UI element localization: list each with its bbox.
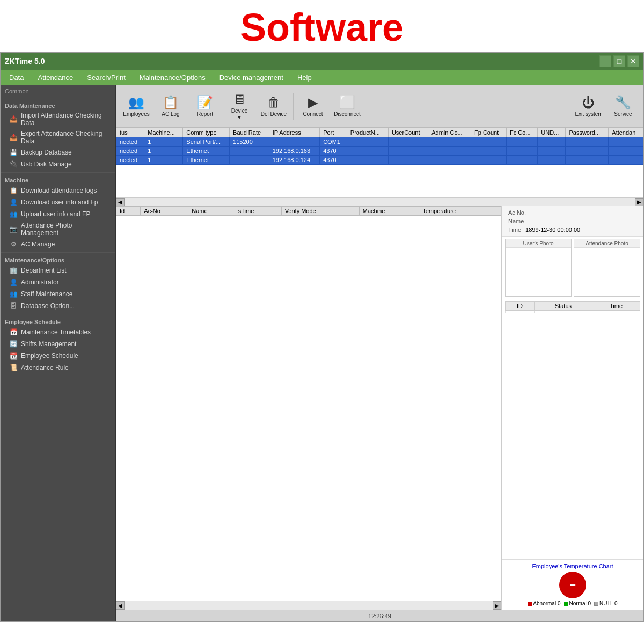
- bottom-hscroll-left[interactable]: ◀: [116, 601, 125, 610]
- sidebar-item-download-logs[interactable]: 📋 Download attendance logs: [1, 185, 115, 196]
- sidebar-item-staff[interactable]: 👥 Staff Maintenance: [1, 288, 115, 300]
- hscroll-right-arrow[interactable]: ▶: [635, 198, 643, 207]
- sidebar-item-photo-mgmt[interactable]: 📷 Attendance Photo Management: [1, 220, 115, 238]
- sidebar: Common Data Maintenance 📥 Import Attenda…: [1, 85, 116, 621]
- main-layout: Common Data Maintenance 📥 Import Attenda…: [1, 85, 643, 621]
- bottom-hscroll-track[interactable]: [125, 601, 493, 610]
- name-label: Name: [508, 218, 524, 224]
- right-data-table: ID Status Time: [505, 301, 640, 313]
- sidebar-item-attendance-rule[interactable]: 📜 Attendance Rule: [1, 362, 115, 374]
- sidebar-section-machine: Machine: [1, 172, 115, 185]
- toolbar: 👥 Employees 📋 AC Log 📝 Report 🖥 Device ▼: [116, 85, 643, 128]
- minimize-button[interactable]: —: [599, 55, 611, 67]
- sidebar-item-dept-list[interactable]: 🏢 Department List: [1, 265, 115, 276]
- backup-icon: 💾: [9, 148, 18, 157]
- connect-button[interactable]: ▶ Connect: [297, 88, 329, 125]
- shifts-icon: 🔄: [9, 340, 18, 348]
- right-table-container: ID Status Time: [502, 299, 643, 316]
- import-icon: 📥: [9, 115, 18, 123]
- download-logs-icon: 📋: [9, 186, 18, 195]
- menubar: Data Attendance Search/Print Maintenance…: [1, 70, 643, 85]
- sidebar-item-import[interactable]: 📥 Import Attendance Checking Data: [1, 110, 115, 128]
- toolbar-separator-1: [293, 93, 294, 120]
- sidebar-item-admin[interactable]: 👤 Administrator: [1, 276, 115, 288]
- sidebar-item-ac-manage[interactable]: ⚙ AC Manage: [1, 238, 115, 250]
- table-row[interactable]: nected 1 Serial Port/... 115200 COM1: [116, 137, 643, 147]
- close-button[interactable]: ✕: [627, 55, 639, 67]
- disconnect-button[interactable]: ⬜ Disconnect: [331, 88, 363, 125]
- del-device-icon: 🗑: [267, 95, 280, 110]
- col-machine: Machine...: [144, 128, 183, 137]
- col-fc: Fc Co...: [507, 128, 538, 137]
- attendance-photo-box: Attendance Photo: [574, 239, 640, 297]
- window-controls: — □ ✕: [599, 55, 639, 67]
- sidebar-item-shifts[interactable]: 🔄 Shifts Management: [1, 338, 115, 350]
- sidebar-item-export[interactable]: 📤 Export Attendance Checking Data: [1, 128, 115, 147]
- page-title: Software: [0, 5, 644, 49]
- del-device-button[interactable]: 🗑 Del Device: [258, 88, 290, 125]
- app-name: ZKTime 5.0: [5, 57, 45, 65]
- menu-attendance[interactable]: Attendance: [31, 72, 79, 83]
- sidebar-item-usb[interactable]: 🔌 Usb Disk Manage: [1, 158, 115, 170]
- log-col-temp: Temperature: [419, 207, 501, 216]
- device-button[interactable]: 🖥 Device ▼: [223, 88, 255, 125]
- app-titlebar: ZKTime 5.0 — □ ✕: [1, 53, 643, 70]
- employees-icon: 👥: [128, 95, 144, 110]
- ac-no-label: Ac No.: [508, 209, 526, 216]
- menu-maintenance[interactable]: Maintenance/Options: [133, 72, 212, 83]
- log-col-acno: Ac-No: [141, 207, 188, 216]
- legend-normal: Normal 0: [564, 601, 591, 606]
- bottom-hscroll-right[interactable]: ▶: [493, 601, 501, 610]
- sidebar-item-db-option[interactable]: 🗄 Database Option...: [1, 300, 115, 312]
- maximize-button[interactable]: □: [613, 55, 625, 67]
- temp-chart-title: Employee's Temperature Chart: [505, 563, 640, 569]
- report-icon: 📝: [197, 95, 213, 110]
- download-user-icon: 👤: [9, 198, 18, 207]
- temp-circle: −: [559, 572, 586, 598]
- col-fp: Fp Count: [471, 128, 507, 137]
- sidebar-item-backup[interactable]: 💾 Backup Database: [1, 147, 115, 158]
- log-col-id: Id: [116, 207, 141, 216]
- disconnect-icon: ⬜: [339, 95, 355, 110]
- sidebar-section-data-maintenance: Data Maintenance: [1, 98, 115, 110]
- col-admin: Admin Co...: [428, 128, 471, 137]
- col-comm: Comm type: [183, 128, 230, 137]
- col-usercount: UserCount: [388, 128, 428, 137]
- menu-data[interactable]: Data: [3, 72, 30, 83]
- table-row[interactable]: nected 1 Ethernet 192.168.0.124 4370: [116, 156, 643, 165]
- right-col-id: ID: [506, 302, 535, 311]
- hscroll-left-arrow[interactable]: ◀: [116, 198, 125, 207]
- right-col-time: Time: [592, 302, 640, 311]
- sidebar-item-timetables[interactable]: 📅 Maintenance Timetables: [1, 326, 115, 338]
- users-photo-box: User's Photo: [505, 239, 572, 297]
- employees-button[interactable]: 👥 Employees: [120, 88, 152, 125]
- content-area: 👥 Employees 📋 AC Log 📝 Report 🖥 Device ▼: [116, 85, 643, 621]
- sidebar-item-download-user[interactable]: 👤 Download user info and Fp: [1, 196, 115, 208]
- menu-device-mgmt[interactable]: Device management: [213, 72, 290, 83]
- abnormal-dot: [528, 602, 532, 606]
- col-attendan: Attendan: [609, 128, 643, 137]
- ac-log-button[interactable]: 📋 AC Log: [155, 88, 187, 125]
- device-table: tus Machine... Comm type Baud Rate IP Ad…: [116, 128, 643, 165]
- right-table-row: [506, 311, 640, 313]
- menu-help[interactable]: Help: [291, 72, 318, 83]
- status-time: 12:26:49: [368, 613, 391, 619]
- bottom-hscroll[interactable]: ◀ ▶: [116, 601, 501, 610]
- menu-search-print[interactable]: Search/Print: [80, 72, 132, 83]
- table-row[interactable]: nected 1 Ethernet 192.168.0.163 4370: [116, 147, 643, 156]
- report-button[interactable]: 📝 Report: [189, 88, 221, 125]
- service-button[interactable]: 🔧 Service: [607, 88, 639, 125]
- exit-system-button[interactable]: ⏻ Exit system: [573, 88, 605, 125]
- attendance-photo-placeholder: [574, 248, 640, 296]
- temp-legend: Abnormal 0 Normal 0 NULL 0: [505, 601, 640, 606]
- log-col-machine: Machine: [359, 207, 419, 216]
- sidebar-item-upload-user[interactable]: 👥 Upload user info and FP: [1, 208, 115, 220]
- hscroll-track[interactable]: [125, 198, 635, 206]
- schedule-icon: 📆: [9, 352, 18, 360]
- sidebar-item-emp-schedule[interactable]: 📆 Employee Schedule: [1, 350, 115, 362]
- rule-icon: 📜: [9, 363, 18, 372]
- page-title-section: Software: [0, 0, 644, 52]
- admin-icon: 👤: [9, 278, 18, 287]
- users-photo-label: User's Photo: [506, 239, 571, 248]
- top-hscroll[interactable]: ◀ ▶: [116, 197, 643, 206]
